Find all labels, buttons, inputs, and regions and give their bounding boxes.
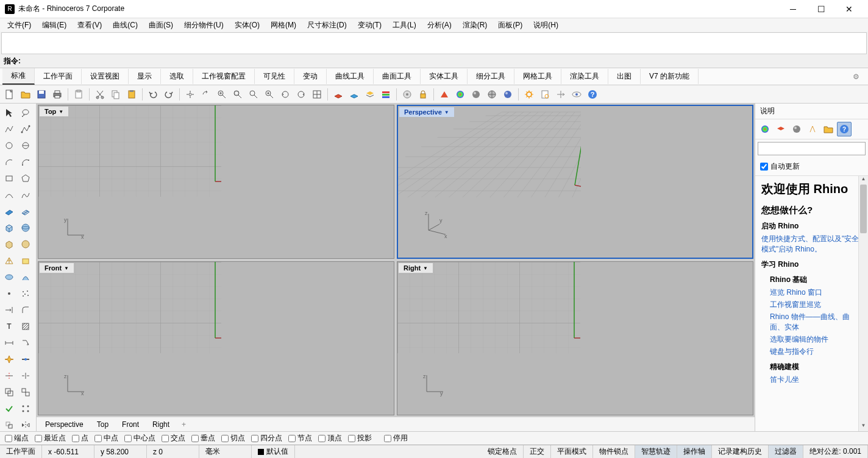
- viewport-top[interactable]: Top▼ yx: [38, 105, 394, 259]
- tool-tab[interactable]: 选取: [161, 69, 193, 84]
- status-toggle[interactable]: 记录建构历史: [712, 445, 769, 458]
- status-toggle[interactable]: 正交: [524, 445, 551, 458]
- status-cplane[interactable]: 工作平面: [0, 445, 42, 458]
- tool-tab[interactable]: 可见性: [255, 69, 294, 84]
- command-history[interactable]: [1, 32, 867, 54]
- scrollbar[interactable]: ▲ ▼: [858, 176, 868, 431]
- status-toggle[interactable]: 操作轴: [677, 445, 712, 458]
- zoom-extents-icon[interactable]: [246, 87, 261, 102]
- circle-icon[interactable]: [1, 138, 17, 153]
- menu-item[interactable]: 编辑(E): [37, 19, 71, 32]
- chevron-down-icon[interactable]: ▼: [64, 266, 69, 271]
- interp-curve-icon[interactable]: [18, 187, 34, 203]
- help-icon[interactable]: ?: [585, 87, 600, 102]
- box-icon[interactable]: [1, 220, 17, 236]
- redo-icon[interactable]: [162, 87, 176, 102]
- ungroup-icon[interactable]: [18, 384, 34, 400]
- menu-item[interactable]: 变动(T): [353, 19, 386, 32]
- arc-icon[interactable]: [1, 154, 17, 170]
- osnap-item[interactable]: 中点: [94, 433, 118, 443]
- tool-tab[interactable]: V7 的新功能: [641, 69, 699, 84]
- osnap-item[interactable]: 停用: [378, 433, 408, 443]
- menu-item[interactable]: 文件(F): [2, 19, 36, 32]
- osnap-checkbox[interactable]: [251, 435, 258, 442]
- tool-tab[interactable]: 标准: [2, 68, 35, 85]
- libraries-tab-icon[interactable]: [821, 122, 836, 136]
- osnap-item[interactable]: 节点: [288, 433, 312, 443]
- sphere-icon[interactable]: [18, 220, 34, 236]
- osnap-checkbox[interactable]: [318, 435, 326, 442]
- properties-tab-icon[interactable]: [758, 122, 772, 136]
- osnap-checkbox[interactable]: [288, 435, 296, 442]
- mesh-plane-icon[interactable]: [18, 253, 34, 269]
- document-properties-icon[interactable]: [538, 87, 552, 102]
- status-toggle[interactable]: 物件锁点: [593, 445, 635, 458]
- hide-icon[interactable]: [569, 87, 584, 102]
- surface-corner-icon[interactable]: [1, 203, 17, 219]
- viewport-tab[interactable]: Right: [146, 418, 176, 431]
- fillet-icon[interactable]: [18, 302, 34, 318]
- ellipsoid-icon[interactable]: [1, 269, 17, 285]
- status-units[interactable]: 毫米: [199, 445, 252, 458]
- menu-item[interactable]: 面板(P): [493, 19, 527, 32]
- tab-settings-gear-icon[interactable]: ⚙: [847, 70, 866, 83]
- tool-tab[interactable]: 出图: [608, 69, 641, 84]
- menu-item[interactable]: 细分物件(U): [179, 19, 229, 32]
- zoom-window-icon[interactable]: [230, 87, 245, 102]
- shade-icon[interactable]: [469, 87, 483, 102]
- menu-item[interactable]: 实体(O): [230, 19, 265, 32]
- help-link[interactable]: Rhino 物件——曲线、曲面、实体: [770, 312, 862, 333]
- dim-icon[interactable]: [1, 335, 17, 351]
- tool-tab[interactable]: 曲线工具: [327, 69, 374, 84]
- menu-item[interactable]: 工具(L): [388, 19, 421, 32]
- print-icon[interactable]: [50, 87, 65, 102]
- viewport-label-top[interactable]: Top▼: [40, 107, 68, 116]
- osnap-checkbox[interactable]: [191, 435, 199, 442]
- minimize-button[interactable]: ─: [779, 0, 807, 18]
- scroll-thumb[interactable]: [860, 185, 867, 233]
- viewport-label-perspective[interactable]: Perspective▼: [399, 107, 454, 117]
- surface-edge-icon[interactable]: [18, 203, 34, 219]
- polyline-icon[interactable]: [1, 121, 17, 137]
- group-icon[interactable]: [1, 384, 17, 400]
- properties-panel-icon[interactable]: [400, 87, 414, 102]
- close-button[interactable]: ✕: [835, 0, 863, 18]
- ghosted-icon[interactable]: [500, 87, 515, 102]
- status-toggle[interactable]: 智慧轨迹: [635, 445, 677, 458]
- osnap-checkbox[interactable]: [94, 435, 102, 442]
- status-toggle[interactable]: 锁定格点: [482, 445, 524, 458]
- scroll-down-arrow-icon[interactable]: ▼: [859, 423, 868, 431]
- materials-tab-icon[interactable]: [789, 122, 804, 136]
- viewport-tab[interactable]: Top: [91, 418, 115, 431]
- viewport-label-right[interactable]: Right▼: [399, 263, 433, 273]
- viewport-perspective[interactable]: Perspective▼ zxy: [397, 105, 753, 259]
- clipboard-icon[interactable]: [71, 87, 86, 102]
- wireframe-icon[interactable]: [485, 87, 499, 102]
- pan-icon[interactable]: [183, 87, 197, 102]
- split-icon[interactable]: [18, 368, 34, 384]
- extend-icon[interactable]: [1, 302, 17, 318]
- tool-tab[interactable]: 工作视窗配置: [193, 69, 255, 84]
- chevron-down-icon[interactable]: ▼: [444, 110, 449, 115]
- scroll-up-arrow-icon[interactable]: ▲: [859, 176, 868, 185]
- viewport-label-front[interactable]: Front▼: [40, 263, 74, 273]
- open-file-icon[interactable]: [18, 87, 33, 102]
- add-viewport-tab[interactable]: +: [177, 418, 191, 431]
- menu-item[interactable]: 分析(A): [422, 19, 457, 32]
- chevron-down-icon[interactable]: ▼: [59, 109, 63, 114]
- osnap-item[interactable]: 最近点: [35, 433, 66, 443]
- help-tab-icon[interactable]: ?: [837, 122, 852, 136]
- undo-view-icon[interactable]: [278, 87, 293, 102]
- explode-icon[interactable]: [1, 351, 17, 367]
- tool-tab[interactable]: 变动: [294, 69, 327, 84]
- tool-tab[interactable]: 显示: [129, 69, 161, 84]
- pointer-icon[interactable]: [1, 105, 17, 121]
- four-viewports-icon[interactable]: [310, 87, 324, 102]
- hatch-icon[interactable]: [18, 319, 34, 334]
- osnap-checkbox[interactable]: [384, 435, 391, 442]
- menu-item[interactable]: 曲线(C): [108, 19, 143, 32]
- viewport-tab[interactable]: Perspective: [39, 418, 90, 431]
- named-cplane-icon[interactable]: [331, 87, 346, 102]
- check-icon[interactable]: [1, 401, 17, 417]
- rotate-view-icon[interactable]: [199, 87, 213, 102]
